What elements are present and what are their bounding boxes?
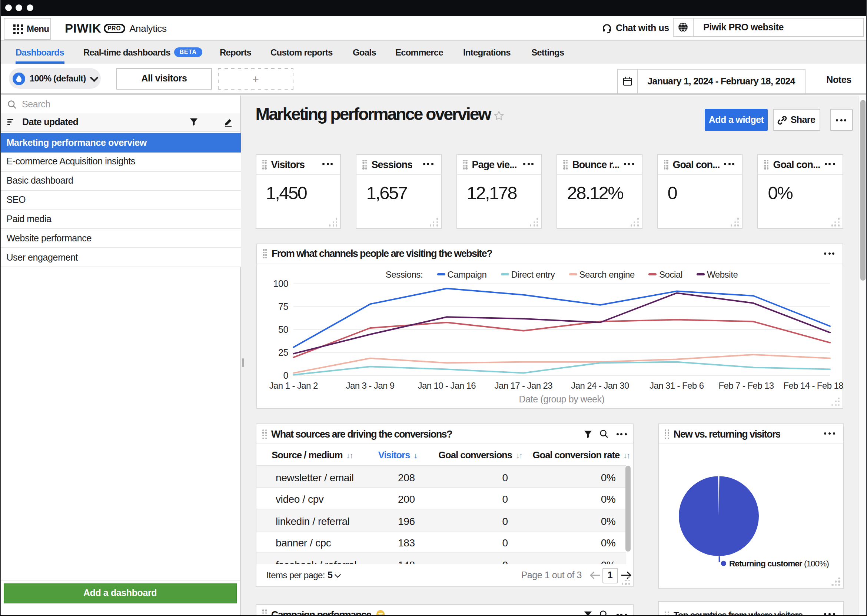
svg-text:Jan 24 - Jan 30: Jan 24 - Jan 30 bbox=[571, 380, 629, 391]
svg-text:Jan 31 - Feb 6: Jan 31 - Feb 6 bbox=[649, 380, 704, 391]
svg-text:100: 100 bbox=[273, 278, 288, 289]
svg-text:0: 0 bbox=[283, 370, 288, 380]
svg-text:Jan 10 - Jan 16: Jan 10 - Jan 16 bbox=[418, 380, 476, 391]
svg-text:Feb 7 - Feb 13: Feb 7 - Feb 13 bbox=[719, 380, 774, 391]
svg-text:Date (group by week): Date (group by week) bbox=[519, 394, 604, 404]
svg-text:Jan 3 - Jan 9: Jan 3 - Jan 9 bbox=[346, 380, 394, 391]
svg-text:Jan 1 - Jan 2: Jan 1 - Jan 2 bbox=[269, 380, 317, 391]
svg-text:25: 25 bbox=[278, 347, 288, 358]
svg-text:Feb 14 - Feb 18: Feb 14 - Feb 18 bbox=[783, 380, 843, 391]
svg-text:75: 75 bbox=[278, 301, 288, 312]
svg-text:Jan 17 - Jan 23: Jan 17 - Jan 23 bbox=[494, 380, 552, 391]
svg-text:Returning customer (100%): Returning customer (100%) bbox=[729, 559, 829, 568]
svg-text:50: 50 bbox=[278, 324, 288, 335]
